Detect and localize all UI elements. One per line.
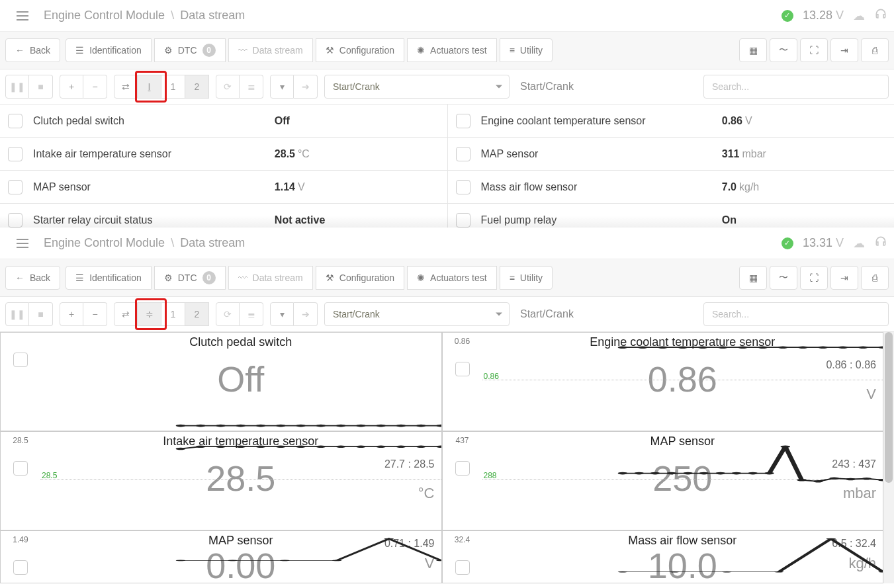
headset-icon[interactable] [874, 235, 887, 251]
export-button[interactable]: ⇥ [830, 266, 858, 290]
list-item[interactable]: Starter relay circuit statusNot active [0, 204, 447, 228]
refresh-button[interactable]: ⟳ [216, 302, 240, 326]
svg-point-26 [858, 346, 868, 349]
svg-point-48 [715, 472, 725, 475]
list-item[interactable]: Clutch pedal switchOff [0, 105, 447, 138]
back-button[interactable]: ← Back [5, 266, 60, 290]
forward-button[interactable]: ➔ [294, 302, 318, 326]
cloud-icon[interactable]: ☁ [853, 236, 865, 251]
list-item[interactable]: Mass air flow sensor7.0kg/h [447, 171, 895, 204]
stop-icon: ■ [38, 81, 43, 92]
hamburger-menu[interactable] [7, 231, 38, 255]
svg-point-23 [798, 346, 808, 349]
filter-button[interactable]: ▾ [270, 302, 294, 326]
list-item[interactable]: MAP sensor1.14V [0, 171, 447, 204]
list-icon: ☰ [75, 45, 84, 56]
row-checkbox[interactable] [8, 114, 22, 128]
filter-button[interactable]: ▾ [270, 75, 294, 99]
export-button[interactable]: ⇥ [830, 38, 858, 62]
forward-button[interactable]: ➔ [294, 75, 318, 99]
chart-card[interactable]: 1.49MAP sensor0.000.71 : 1.49V [0, 530, 442, 583]
reorder-button[interactable]: ⇄ [114, 75, 138, 99]
row-checkbox[interactable] [8, 180, 22, 194]
remove-button[interactable]: − [83, 302, 107, 326]
chart-card[interactable]: 28.5Intake air temperature sensor28.528.… [0, 431, 442, 530]
preset-select[interactable]: Start/Crank [324, 75, 510, 99]
filter-icon: ▾ [280, 81, 285, 92]
preset-select[interactable]: Start/Crank [324, 302, 510, 326]
refresh-button[interactable]: ⟳ [216, 75, 240, 99]
headset-icon[interactable] [874, 7, 887, 24]
tab-dtc[interactable]: ⚙DTC0 [154, 266, 226, 290]
tab-utility[interactable]: ≡Utility [500, 266, 553, 290]
pause-button[interactable]: ❚❚ [5, 302, 29, 326]
view-chart-button[interactable]: ≑ [138, 302, 161, 326]
search-input[interactable] [712, 303, 880, 325]
card-checkbox[interactable] [13, 461, 28, 476]
expand-button[interactable]: ⛶ [800, 38, 828, 62]
grid-view-button[interactable]: ▦ [739, 38, 767, 62]
card-checkbox[interactable] [13, 353, 28, 367]
chart-view-button[interactable]: 〜 [770, 266, 797, 290]
search-field[interactable] [703, 302, 889, 326]
remove-button[interactable]: − [83, 75, 107, 99]
row-checkbox[interactable] [8, 147, 22, 161]
chart-card[interactable]: 437MAP sensor288250243 : 437mbar [442, 431, 884, 530]
tab-identification[interactable]: ☰Identification [66, 266, 152, 290]
card-checkbox[interactable] [455, 362, 470, 376]
card-checkbox[interactable] [455, 560, 470, 575]
view-text-button[interactable]: I [138, 75, 161, 99]
tab-data-stream[interactable]: 〰 Data stream [228, 38, 313, 62]
list-item[interactable]: MAP sensor311mbar [447, 138, 895, 171]
col-1-button[interactable]: 1 [161, 75, 185, 99]
search-field[interactable] [703, 75, 889, 99]
chart-card[interactable]: Clutch pedal switchOff [0, 332, 442, 431]
tab-actuators[interactable]: ✺Actuators test [407, 266, 497, 290]
tab-identification[interactable]: ☰ Identification [66, 38, 152, 62]
print-button[interactable]: ⎙ [861, 266, 889, 290]
tab-utility[interactable]: ≡ Utility [500, 38, 553, 62]
row-checkbox[interactable] [456, 147, 470, 161]
vertical-scrollbar[interactable] [883, 332, 894, 583]
search-input[interactable] [712, 75, 880, 98]
row-checkbox[interactable] [8, 213, 22, 228]
row-checkbox[interactable] [456, 180, 470, 194]
card-checkbox[interactable] [13, 560, 28, 575]
add-button[interactable]: + [60, 75, 83, 99]
card-checkbox[interactable] [455, 461, 470, 476]
print-button[interactable]: ⎙ [861, 38, 889, 62]
row-checkbox[interactable] [456, 213, 470, 228]
scrollbar-thumb[interactable] [885, 332, 893, 483]
add-button[interactable]: + [60, 302, 83, 326]
tab-configuration[interactable]: ⚒ Configuration [316, 38, 404, 62]
expand-button[interactable]: ⛶ [800, 266, 828, 290]
tab-actuators-label: Actuators test [430, 273, 487, 283]
list-button[interactable]: ≣ [240, 75, 263, 99]
grid-view-button[interactable]: ▦ [739, 266, 767, 290]
list-button[interactable]: ≣ [240, 302, 263, 326]
col-1-button[interactable]: 1 [161, 302, 185, 326]
row-checkbox[interactable] [456, 114, 470, 128]
chart-view-button[interactable]: 〜 [770, 38, 797, 62]
back-button[interactable]: ← Back [5, 38, 60, 62]
cloud-icon[interactable]: ☁ [853, 9, 865, 23]
swap-icon: ⇄ [122, 81, 130, 92]
svg-point-19 [718, 346, 728, 349]
col-2-button[interactable]: 2 [185, 302, 209, 326]
list-item[interactable]: Engine coolant temperature sensor0.86V [447, 105, 895, 138]
tab-dtc[interactable]: ⚙ DTC 0 [154, 38, 226, 62]
list-item[interactable]: Intake air temperature sensor28.5°C [0, 138, 447, 171]
chart-card[interactable]: 32.4Mass air flow sensor10.06.5 : 32.4kg… [442, 530, 884, 583]
tab-actuators[interactable]: ✺ Actuators test [407, 38, 497, 62]
pause-button[interactable]: ❚❚ [5, 75, 29, 99]
stop-button[interactable]: ■ [29, 75, 53, 99]
hamburger-menu[interactable] [7, 4, 38, 28]
tab-data-stream[interactable]: 〰Data stream [228, 266, 313, 290]
list-item[interactable]: Fuel pump relayOn [447, 204, 895, 228]
reorder-button[interactable]: ⇄ [114, 302, 138, 326]
chart-card[interactable]: 0.86Engine coolant temperature sensor0.8… [442, 332, 884, 431]
preset-label: Start/Crank [510, 308, 584, 320]
col-2-button[interactable]: 2 [185, 75, 209, 99]
tab-configuration[interactable]: ⚒Configuration [316, 266, 404, 290]
stop-button[interactable]: ■ [29, 302, 53, 326]
